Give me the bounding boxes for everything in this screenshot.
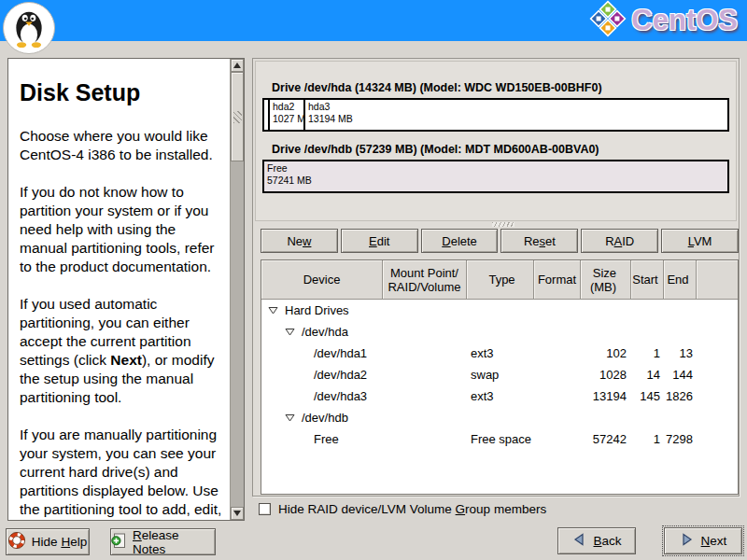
help-paragraph: If you do not know how to partition your… — [20, 183, 225, 276]
table-row[interactable]: Free Free space5724217298 — [261, 428, 738, 450]
drive-hdb-label: Drive /dev/hdb (57239 MB) (Model: MDT MD… — [272, 143, 599, 156]
table-row[interactable]: /dev/hda1 ext3102113 — [261, 343, 738, 364]
back-arrow-icon — [571, 532, 586, 550]
col-spacer — [697, 260, 738, 300]
col-size[interactable]: Size (MB) — [581, 260, 631, 300]
col-type[interactable]: Type — [467, 260, 534, 300]
partition-hda2-segment[interactable]: hda2 1027 MB — [268, 100, 303, 130]
table-header-row: Device Mount Point/ RAID/Volume Type For… — [261, 260, 738, 300]
partition-table: Device Mount Point/ RAID/Volume Type For… — [261, 259, 739, 495]
delete-button[interactable]: Delete — [421, 229, 499, 253]
hide-raid-checkbox[interactable] — [259, 503, 271, 515]
back-button[interactable]: Back — [557, 527, 636, 554]
help-panel: Disk Setup Choose where you would like C… — [7, 58, 245, 521]
partition-panel: Drive /dev/hda (14324 MB) (Model: WDC WD… — [252, 58, 740, 497]
tux-penguin-logo — [3, 2, 55, 54]
centos-brand: CentOS — [588, 1, 738, 40]
pane-resize-grip[interactable] — [492, 222, 514, 227]
table-row[interactable]: /dev/hda — [261, 321, 738, 343]
page-title: Disk Setup — [20, 79, 225, 106]
col-format[interactable]: Format — [534, 260, 581, 300]
reset-button[interactable]: Reset — [500, 229, 578, 253]
col-start[interactable]: Start — [631, 260, 664, 300]
scrollbar-thumb[interactable] — [231, 72, 244, 161]
next-arrow-icon — [680, 532, 695, 550]
partition-toolbar: New Edit Delete Reset RAID LVM — [261, 229, 739, 254]
col-end[interactable]: End — [664, 260, 697, 300]
expander-icon[interactable] — [285, 413, 295, 422]
release-notes-icon — [111, 533, 126, 552]
drive-hdb-bar[interactable]: Free 57241 MB — [262, 160, 729, 193]
hide-help-button[interactable]: Hide Help — [6, 528, 90, 555]
help-paragraph: Choose where you would like CentOS-4 i38… — [20, 127, 225, 164]
hide-raid-label[interactable]: Hide RAID device/LVM Volume Group member… — [278, 502, 546, 516]
lvm-button[interactable]: LVM — [661, 229, 739, 253]
free-space-segment[interactable]: Free 57241 MB — [264, 161, 727, 191]
scroll-down-icon[interactable] — [231, 507, 244, 520]
hide-raid-option: Hide RAID device/LVM Volume Group member… — [259, 502, 546, 516]
table-row[interactable]: Hard Drives — [261, 300, 738, 321]
table-row[interactable]: /dev/hda2 swap102814144 — [261, 364, 738, 385]
next-button[interactable]: Next — [664, 527, 742, 554]
help-scrollbar[interactable] — [230, 59, 244, 520]
brand-name: CentOS — [631, 4, 738, 37]
raid-button[interactable]: RAID — [581, 229, 658, 253]
col-mount[interactable]: Mount Point/ RAID/Volume — [383, 260, 467, 300]
drive-hda-label: Drive /dev/hda (14324 MB) (Model: WDC WD… — [272, 81, 602, 94]
scroll-up-icon[interactable] — [231, 59, 244, 72]
help-text: Disk Setup Choose where you would like C… — [8, 59, 229, 520]
drive-hda-bar[interactable]: hda2 1027 MB hda3 13194 MB — [262, 98, 729, 132]
table-row[interactable]: /dev/hda3 ext3131941451826 — [261, 385, 738, 407]
top-banner: CentOS — [0, 0, 747, 41]
edit-button[interactable]: Edit — [341, 229, 418, 253]
help-paragraph: If you are manually partitioning your sy… — [20, 426, 225, 519]
expander-icon[interactable] — [268, 306, 278, 315]
release-notes-button[interactable]: Release Notes — [110, 528, 216, 555]
new-button[interactable]: New — [261, 229, 338, 253]
partition-hda3-segment[interactable]: hda3 13194 MB — [303, 100, 727, 130]
help-paragraph: If you used automatic partitioning, you … — [20, 295, 225, 407]
table-row[interactable]: /dev/hdb — [261, 407, 738, 428]
col-device[interactable]: Device — [261, 260, 383, 300]
table-body: Hard Drives /dev/hda /dev/hda1 ext310211… — [261, 300, 738, 494]
expander-icon[interactable] — [285, 328, 295, 336]
help-buoy-icon — [8, 532, 25, 552]
centos-logo-icon — [588, 0, 627, 42]
